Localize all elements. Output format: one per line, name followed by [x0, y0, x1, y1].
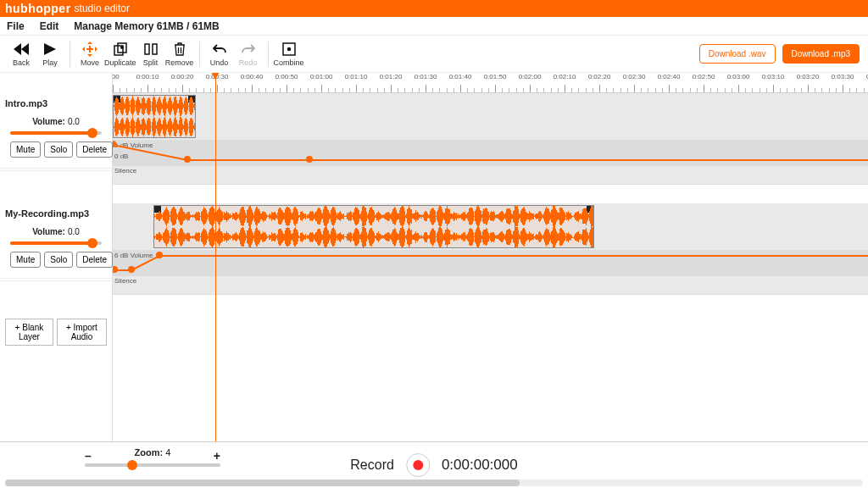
volume-node[interactable]: [128, 266, 135, 273]
audio-clip[interactable]: [153, 205, 594, 248]
time-ruler[interactable]: 0:000:00:100:00:200:00:300:00:400:00:500…: [113, 73, 868, 93]
solo-button[interactable]: Solo: [44, 141, 73, 158]
menu-memory[interactable]: Manage Memory 61MB / 61MB: [74, 20, 219, 32]
brand-sub: studio editor: [75, 3, 130, 14]
split-button[interactable]: Split: [136, 37, 165, 71]
download-mp3-button[interactable]: Download .mp3: [782, 44, 860, 64]
volume-node[interactable]: [306, 156, 313, 163]
audio-lane[interactable]: [113, 93, 868, 141]
move-button[interactable]: Move: [75, 37, 104, 71]
timeline[interactable]: 0:000:00:100:00:200:00:300:00:400:00:500…: [113, 73, 868, 441]
undo-button[interactable]: Undo: [205, 37, 234, 71]
brand-name: hubhopper: [5, 2, 71, 15]
horizontal-scrollbar[interactable]: [5, 480, 863, 486]
audio-clip[interactable]: [113, 95, 196, 138]
record-time: 0:00:00:000: [442, 457, 518, 474]
volume-lane[interactable]: 6 dB Volume: [113, 251, 868, 276]
volume-slider[interactable]: [10, 131, 102, 135]
combine-button[interactable]: Combine: [274, 37, 304, 71]
menu-file[interactable]: File: [7, 20, 25, 32]
volume-node[interactable]: [113, 266, 118, 273]
track-name: Intro.mp3: [0, 93, 112, 108]
record-button[interactable]: [406, 453, 430, 477]
record-icon: [413, 460, 423, 470]
duplicate-button[interactable]: Duplicate: [104, 37, 136, 71]
zoom-slider[interactable]: [85, 463, 220, 467]
svg-rect-3: [145, 44, 149, 54]
svg-point-6: [287, 47, 290, 50]
redo-icon: [241, 42, 256, 57]
zoom-out-button[interactable]: –: [85, 449, 92, 463]
toolbar: Back Play Move Duplicate Split Remove Un…: [0, 36, 868, 73]
zoom-control: – Zoom: 4 +: [85, 447, 220, 467]
redo-button[interactable]: Redo: [234, 37, 263, 71]
track-name: My-Recording.mp3: [0, 203, 112, 219]
silence-lane[interactable]: Silence: [113, 276, 868, 295]
split-icon: [143, 42, 159, 57]
undo-icon: [212, 42, 227, 57]
playhead[interactable]: [215, 73, 216, 441]
delete-track-button[interactable]: Delete: [76, 141, 113, 158]
menu-bar: File Edit Manage Memory 61MB / 61MB: [0, 17, 868, 36]
volume-node[interactable]: [156, 252, 163, 258]
remove-button[interactable]: Remove: [165, 37, 194, 71]
volume-slider[interactable]: [10, 241, 102, 245]
download-wav-button[interactable]: Download .wav: [699, 44, 776, 64]
record-label: Record: [350, 458, 394, 473]
volume-node[interactable]: [184, 156, 191, 163]
mute-button[interactable]: Mute: [10, 252, 41, 268]
trash-icon: [172, 42, 187, 57]
rewind-icon: [14, 42, 29, 57]
combine-icon: [281, 42, 297, 57]
play-button[interactable]: Play: [36, 37, 64, 71]
app-title-bar: hubhopper studio editor: [0, 0, 868, 17]
volume-lane[interactable]: 6 dB Volume0 dB: [113, 141, 868, 166]
silence-lane[interactable]: Silence: [113, 166, 868, 185]
svg-point-2: [121, 46, 123, 47]
solo-button[interactable]: Solo: [44, 252, 73, 268]
import-audio-button[interactable]: + Import Audio: [57, 319, 107, 346]
play-icon: [42, 42, 58, 57]
mute-button[interactable]: Mute: [10, 141, 41, 158]
back-button[interactable]: Back: [7, 37, 36, 71]
delete-track-button[interactable]: Delete: [76, 252, 113, 268]
menu-edit[interactable]: Edit: [40, 20, 59, 32]
audio-lane[interactable]: [113, 203, 868, 251]
zoom-in-button[interactable]: +: [214, 449, 220, 463]
svg-rect-4: [153, 44, 157, 54]
duplicate-icon: [113, 42, 128, 57]
move-icon: [82, 42, 97, 57]
track-panel: Intro.mp3Volume: 0.0MuteSoloDeleteMy-Rec…: [0, 73, 113, 441]
add-blank-layer-button[interactable]: + Blank Layer: [5, 319, 53, 346]
footer: – Zoom: 4 + Record 0:00:00:000: [0, 441, 868, 488]
